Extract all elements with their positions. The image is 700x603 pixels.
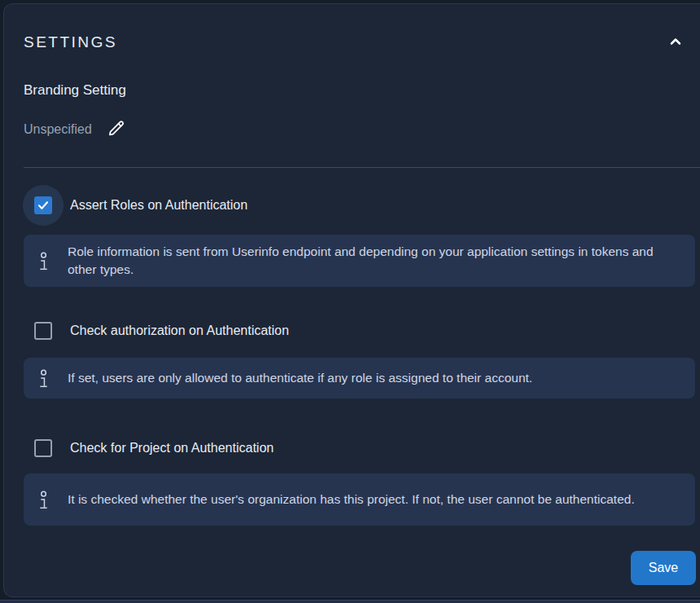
setting-row-check-project: Check for Project on Authentication	[4, 428, 700, 469]
setting-row-assert-roles: Assert Roles on Authentication	[4, 185, 700, 226]
assert-roles-label[interactable]: Assert Roles on Authentication	[70, 198, 248, 213]
assert-roles-checkbox[interactable]	[34, 196, 52, 214]
save-button[interactable]: Save	[631, 551, 696, 585]
divider	[24, 167, 700, 168]
collapse-section-button[interactable]	[664, 31, 687, 54]
setting-row-check-authorization: Check authorization on Authentication	[4, 310, 700, 351]
check-authorization-info-box: If set, users are only allowed to authen…	[24, 358, 695, 398]
page-title: SETTINGS	[24, 33, 117, 51]
check-project-checkbox[interactable]	[34, 439, 52, 457]
info-icon	[38, 482, 68, 517]
settings-card-header: SETTINGS	[24, 30, 687, 55]
check-project-info-box: It is checked whether the user's organiz…	[24, 473, 695, 526]
check-authorization-info-text: If set, users are only allowed to authen…	[68, 369, 532, 387]
info-icon	[38, 366, 68, 390]
chevron-up-icon	[667, 33, 684, 52]
assert-roles-info-box: Role information is sent from Userinfo e…	[24, 235, 695, 287]
branding-setting-row: Unspecified	[24, 117, 128, 143]
edit-branding-button[interactable]	[105, 118, 128, 141]
branding-setting-title: Branding Setting	[24, 82, 126, 99]
check-project-info-text: It is checked whether the user's organiz…	[68, 491, 635, 508]
info-icon	[38, 243, 68, 279]
branding-setting-value: Unspecified	[24, 122, 92, 137]
check-authorization-checkbox[interactable]	[34, 322, 52, 340]
check-authorization-label[interactable]: Check authorization on Authentication	[70, 324, 289, 338]
next-section-edge	[0, 600, 700, 603]
assert-roles-info-text: Role information is sent from Userinfo e…	[68, 243, 682, 279]
settings-card: SETTINGS Branding Setting Unspecified	[3, 3, 700, 597]
check-project-label[interactable]: Check for Project on Authentication	[70, 441, 274, 456]
pencil-icon	[106, 118, 126, 141]
